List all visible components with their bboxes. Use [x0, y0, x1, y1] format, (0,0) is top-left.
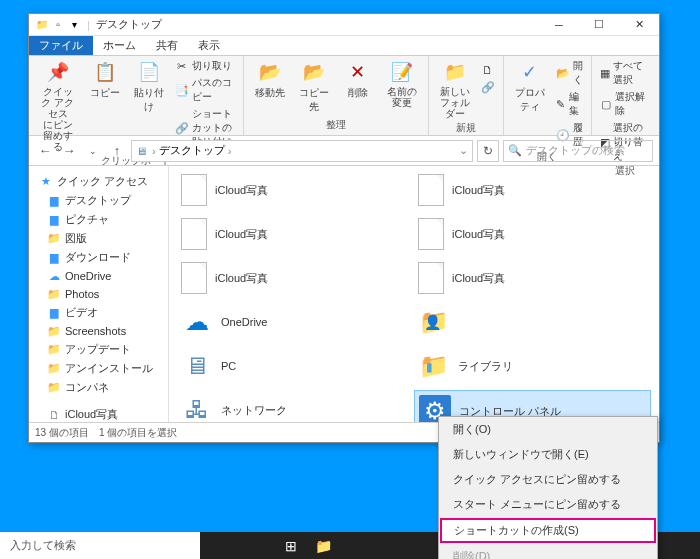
- document-icon: [418, 218, 444, 250]
- sidebar-item-label: ビデオ: [65, 305, 98, 320]
- network-icon: 🖧: [181, 394, 213, 422]
- up-button[interactable]: ↑: [107, 141, 127, 161]
- tab-home[interactable]: ホーム: [93, 36, 146, 55]
- cut-button[interactable]: ✂切り取り: [173, 58, 237, 74]
- folder-icon: 📁: [47, 232, 61, 246]
- file-item[interactable]: iCloud写真: [177, 214, 414, 254]
- sidebar-item[interactable]: ▆ビデオ: [29, 303, 168, 322]
- taskbar-search-text: 入力して検索: [10, 538, 76, 553]
- save-icon[interactable]: ▫: [51, 18, 65, 32]
- minimize-button[interactable]: ─: [539, 14, 579, 36]
- cm-create-shortcut[interactable]: ショートカットの作成(S): [440, 518, 656, 543]
- open-button[interactable]: 📂開く: [554, 58, 585, 88]
- file-item[interactable]: 🖧ネットワーク: [177, 390, 414, 422]
- file-label: iCloud写真: [215, 183, 268, 198]
- qat-dropdown-icon[interactable]: ▾: [67, 18, 81, 32]
- file-item[interactable]: iCloud写真: [414, 258, 651, 298]
- tab-share[interactable]: 共有: [146, 36, 188, 55]
- paste-button[interactable]: 📄 貼り付け: [129, 58, 169, 116]
- refresh-button[interactable]: ↻: [477, 140, 499, 162]
- search-input[interactable]: 🔍 デスクトップの検索: [503, 140, 653, 162]
- new-folder-button[interactable]: 📁新しい フォルダー: [435, 58, 475, 121]
- cm-delete[interactable]: 削除(D): [439, 544, 657, 559]
- folder-icon: 📁: [47, 381, 61, 395]
- copy-path-button[interactable]: 📑パスのコピー: [173, 75, 237, 105]
- ribbon-group-open: ✓プロパティ 📂開く ✎編集 🕘履歴 開く: [504, 56, 592, 135]
- breadcrumb[interactable]: 🖥› デスクトップ › ⌄: [131, 140, 473, 162]
- new-item-button[interactable]: 🗋: [479, 62, 497, 78]
- sidebar-item[interactable]: 📁Photos: [29, 285, 168, 303]
- sidebar-item[interactable]: ▆デスクトップ: [29, 191, 168, 210]
- sidebar-item[interactable]: ▆ピクチャ: [29, 210, 168, 229]
- navbar: ← → ⌄ ↑ 🖥› デスクトップ › ⌄ ↻ 🔍 デスクトップの検索: [29, 136, 659, 166]
- delete-icon: ✕: [346, 60, 370, 84]
- paste-icon: 📄: [137, 60, 161, 84]
- file-item[interactable]: iCloud写真: [414, 170, 651, 210]
- sidebar-item-label: コンパネ: [65, 380, 109, 395]
- back-button[interactable]: ←: [35, 141, 55, 161]
- taskbar-explorer-icon[interactable]: 📁: [315, 538, 332, 554]
- cm-pin-start[interactable]: スタート メニューにピン留めする: [439, 492, 657, 517]
- folder-icon: ▆: [47, 306, 61, 320]
- copy-button[interactable]: 📋 コピー: [85, 58, 125, 102]
- properties-button[interactable]: ✓プロパティ: [510, 58, 550, 116]
- newitem-icon: 🗋: [481, 63, 495, 77]
- cm-new-window[interactable]: 新しいウィンドウで開く(E): [439, 442, 657, 467]
- rename-button[interactable]: 📝名前の 変更: [382, 58, 422, 110]
- file-item[interactable]: 📁👤: [414, 302, 651, 342]
- sidebar-item[interactable]: 📁コンパネ: [29, 378, 168, 397]
- file-item[interactable]: ☁OneDrive: [177, 302, 414, 342]
- sidebar-item[interactable]: ☁OneDrive: [29, 267, 168, 285]
- ribbon-group-clipboard: 📌 クイック アクセス にピン留めする 📋 コピー 📄 貼り付け ✂切り取り 📑…: [29, 56, 244, 135]
- sidebar-item[interactable]: 📁アップデート: [29, 340, 168, 359]
- rename-icon: 📝: [390, 60, 414, 84]
- sidebar-item[interactable]: ★クイック アクセス: [29, 172, 168, 191]
- taskbar-search[interactable]: 入力して検索: [0, 532, 200, 559]
- breadcrumb-text: デスクトップ: [159, 143, 225, 158]
- library-icon: 📁▮: [418, 350, 450, 382]
- copyto-icon: 📂: [302, 60, 326, 84]
- paste-label: 貼り付け: [133, 86, 165, 114]
- file-label: OneDrive: [221, 316, 267, 328]
- sidebar-item-label: デスクトップ: [65, 193, 131, 208]
- file-item[interactable]: 🖥PC: [177, 346, 414, 386]
- titlebar: 📁 ▫ ▾ | デスクトップ ─ ☐ ✕: [29, 14, 659, 36]
- document-icon: 🗋: [47, 408, 61, 422]
- cm-open[interactable]: 開く(O): [439, 417, 657, 442]
- forward-button[interactable]: →: [59, 141, 79, 161]
- sidebar-item-label: ピクチャ: [65, 212, 109, 227]
- sidebar-item[interactable]: 📁図版: [29, 229, 168, 248]
- explorer-window: 📁 ▫ ▾ | デスクトップ ─ ☐ ✕ ファイル ホーム 共有 表示 📌 クイ…: [28, 13, 660, 443]
- sidebar-item[interactable]: 🗋iCloud写真: [29, 405, 168, 422]
- file-item[interactable]: iCloud写真: [177, 258, 414, 298]
- sidebar-item[interactable]: 📁アンインストール: [29, 359, 168, 378]
- sidebar-item[interactable]: 📁Screenshots: [29, 322, 168, 340]
- ribbon: 📌 クイック アクセス にピン留めする 📋 コピー 📄 貼り付け ✂切り取り 📑…: [29, 56, 659, 136]
- move-to-button[interactable]: 📂移動先: [250, 58, 290, 102]
- folder-icon: ▆: [47, 251, 61, 265]
- task-view-icon[interactable]: ⊞: [285, 538, 297, 554]
- file-label: ネットワーク: [221, 403, 287, 418]
- select-all-button[interactable]: ▦すべて選択: [598, 58, 653, 88]
- pin-icon: 📌: [46, 60, 70, 84]
- file-item[interactable]: iCloud写真: [414, 214, 651, 254]
- file-label: iCloud写真: [452, 227, 505, 242]
- cm-pin-quick[interactable]: クイック アクセスにピン留めする: [439, 467, 657, 492]
- easy-access-button[interactable]: 🔗: [479, 79, 497, 95]
- document-icon: [418, 262, 444, 294]
- tab-file[interactable]: ファイル: [29, 36, 93, 55]
- edit-button[interactable]: ✎編集: [554, 89, 585, 119]
- file-item[interactable]: 📁▮ライブラリ: [414, 346, 651, 386]
- copy-icon: 📋: [93, 60, 117, 84]
- history-dropdown[interactable]: ⌄: [83, 141, 103, 161]
- select-none-button[interactable]: ▢選択解除: [598, 89, 653, 119]
- search-icon: 🔍: [508, 144, 522, 157]
- maximize-button[interactable]: ☐: [579, 14, 619, 36]
- sidebar-item-label: 図版: [65, 231, 87, 246]
- sidebar-item[interactable]: ▆ダウンロード: [29, 248, 168, 267]
- file-item[interactable]: iCloud写真: [177, 170, 414, 210]
- copy-to-button[interactable]: 📂コピー先: [294, 58, 334, 116]
- close-button[interactable]: ✕: [619, 14, 659, 36]
- tab-view[interactable]: 表示: [188, 36, 230, 55]
- delete-button[interactable]: ✕削除: [338, 58, 378, 102]
